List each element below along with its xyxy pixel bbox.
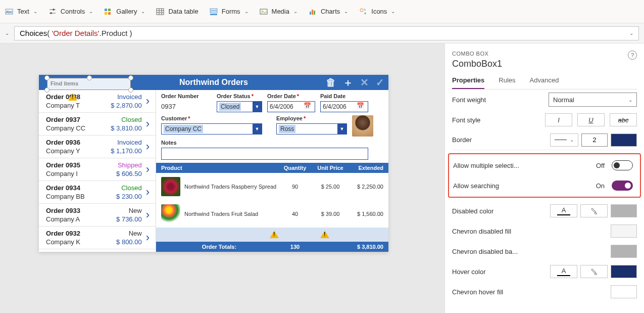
fill-color-button[interactable] <box>580 265 608 278</box>
product-name: Northwind Traders Fruit Salad <box>184 211 277 217</box>
prop-chev-disabled-back: Chevron disabled ba... <box>452 241 637 261</box>
input-customer[interactable]: Company CC▼ <box>161 123 262 135</box>
svg-rect-10 <box>157 9 164 15</box>
ribbon-gallery[interactable]: Gallery ⌄ <box>104 8 145 16</box>
totals-label: Order Totals: <box>161 244 277 250</box>
gallery-item[interactable]: Order 0933 Company A New $ 736.00 › <box>39 204 156 227</box>
prop-label: Chevron hover fill <box>452 288 503 296</box>
resize-handle[interactable] <box>128 75 133 80</box>
allow-multiple-toggle[interactable] <box>612 160 633 170</box>
allow-searching-toggle[interactable] <box>612 181 633 191</box>
ribbon-label: Media <box>272 8 289 15</box>
ribbon-forms[interactable]: Forms ⌄ <box>210 8 249 16</box>
svg-rect-8 <box>105 12 107 15</box>
products-list: Northwind Traders Raspberry Spread 90 $ … <box>156 173 388 228</box>
trash-icon[interactable]: 🗑 <box>326 77 336 88</box>
gallery-icon <box>104 8 112 16</box>
help-icon[interactable]: ? <box>628 51 637 60</box>
col-ext: Extended <box>348 165 383 171</box>
app-canvas[interactable]: Northwind Orders 🗑 ＋ ✕ ✓ Find items <box>39 75 388 252</box>
chevron-right-icon: › <box>146 95 150 108</box>
gallery-item[interactable]: Order 0935 Company I Shipped $ 606.50 › <box>39 158 156 181</box>
chevron-down-icon: ⌄ <box>89 9 93 14</box>
plus-icon[interactable]: ＋ <box>343 76 353 90</box>
input-notes[interactable] <box>161 148 368 160</box>
gallery-item[interactable]: Order 0932 Company K New $ 800.00 › <box>39 227 156 249</box>
border-width-input[interactable] <box>581 133 608 147</box>
input-order-status[interactable]: Closed▼ <box>217 101 262 112</box>
input-order-date[interactable]: 6/4/2006📅 <box>267 101 315 112</box>
ribbon-text[interactable]: Abc Text ⌄ <box>5 8 37 16</box>
gallery-item[interactable]: Order 0938 Company T Invoiced $ 2,870.00… <box>39 90 156 113</box>
tab-properties[interactable]: Properties <box>452 76 484 89</box>
strike-button[interactable]: abc <box>610 113 637 126</box>
color-swatch[interactable] <box>611 225 637 238</box>
ribbon-controls[interactable]: Controls ⌄ <box>48 8 93 16</box>
ribbon-datatable[interactable]: Data table <box>156 8 198 16</box>
ribbon-charts[interactable]: Charts ⌄ <box>309 8 348 16</box>
formula-text: Choices( 'Order Details'.Product ) <box>20 29 132 37</box>
gallery-item[interactable]: Order 0934 Company BB Closed $ 230.00 › <box>39 181 156 204</box>
label-order-date: Order Date <box>267 93 315 99</box>
underline-button[interactable]: U <box>577 113 605 126</box>
color-swatch[interactable] <box>611 245 637 258</box>
ribbon-label: Forms <box>222 8 240 15</box>
border-style-dropdown[interactable]: ⌄ <box>550 133 578 147</box>
ribbon-icons[interactable]: Icons ⌄ <box>359 8 395 16</box>
ribbon-media[interactable]: Media ⌄ <box>260 8 298 16</box>
charts-icon <box>309 8 317 16</box>
ribbon-label: Charts <box>321 8 340 15</box>
main-area: Northwind Orders 🗑 ＋ ✕ ✓ Find items <box>0 43 644 313</box>
chevron-down-icon[interactable]: ⌄ <box>629 30 633 36</box>
gallery-item[interactable]: Order 0937 Company CC Closed $ 3,810.00 … <box>39 113 156 136</box>
svg-text:Abc: Abc <box>6 10 13 14</box>
selected-combobox[interactable]: Find items <box>47 78 131 90</box>
prop-chev-disabled-fill: Chevron disabled fill <box>452 221 637 241</box>
resize-handle[interactable] <box>87 75 92 80</box>
chevron-right-icon: › <box>146 186 150 199</box>
svg-rect-6 <box>105 9 107 11</box>
prop-hover-color: Hover color A <box>452 261 637 282</box>
warning-icon <box>68 93 77 101</box>
italic-button[interactable]: I <box>545 113 572 126</box>
product-row[interactable]: Northwind Traders Raspberry Spread 90 $ … <box>156 173 388 200</box>
font-weight-dropdown[interactable]: Normal⌄ <box>549 93 637 107</box>
product-row[interactable]: Northwind Traders Fruit Salad 40 $ 39.00… <box>156 200 388 228</box>
label-icon: Abc <box>5 8 13 16</box>
close-icon[interactable]: ✕ <box>360 76 369 88</box>
font-color-button[interactable]: A <box>550 204 577 217</box>
header-icons: 🗑 ＋ ✕ ✓ <box>326 75 384 90</box>
toggle-value: On <box>596 182 605 190</box>
label-employee: Employee <box>276 115 347 121</box>
order-gallery[interactable]: Order 0938 Company T Invoiced $ 2,870.00… <box>39 90 156 252</box>
input-paid-date[interactable]: 6/4/2006📅 <box>320 101 368 112</box>
order-amount: $ 800.00 <box>116 238 142 246</box>
color-swatch[interactable] <box>611 265 637 278</box>
border-color-swatch[interactable] <box>611 133 637 147</box>
tab-rules[interactable]: Rules <box>499 76 515 89</box>
resize-handle[interactable] <box>44 75 49 80</box>
ribbon-label: Text <box>17 8 29 15</box>
product-extended: $ 1,560.00 <box>348 211 383 217</box>
formula-bar[interactable]: Choices( 'Order Details'.Product ) ⌄ <box>14 26 639 40</box>
input-employee[interactable]: Ross▼ <box>276 123 347 135</box>
control-name[interactable]: ComboBox1 <box>452 59 637 69</box>
font-color-button[interactable]: A <box>550 265 577 278</box>
color-swatch[interactable] <box>611 204 637 217</box>
ribbon-label: Gallery <box>116 8 137 15</box>
app-body: Order 0938 Company T Invoiced $ 2,870.00… <box>39 90 388 252</box>
check-icon[interactable]: ✓ <box>376 76 384 88</box>
tab-advanced[interactable]: Advanced <box>530 76 559 89</box>
fill-color-button[interactable] <box>580 204 608 217</box>
label-notes: Notes <box>161 140 368 146</box>
col-qty: Quantity <box>277 165 313 171</box>
gallery-item[interactable]: Order 0936 Company Y Invoiced $ 1,170.00… <box>39 136 156 158</box>
totals-qty: 130 <box>277 244 313 250</box>
employee-photo <box>352 115 373 137</box>
prop-label: Font weight <box>452 96 486 104</box>
formula-prop-chevron[interactable]: ⌄ <box>5 30 9 36</box>
col-product: Product <box>161 165 277 171</box>
calendar-icon: 📅 <box>304 102 313 111</box>
ribbon-toolbar: Abc Text ⌄ Controls ⌄ Gallery ⌄ Data tab… <box>0 0 644 23</box>
color-swatch[interactable] <box>611 285 637 298</box>
